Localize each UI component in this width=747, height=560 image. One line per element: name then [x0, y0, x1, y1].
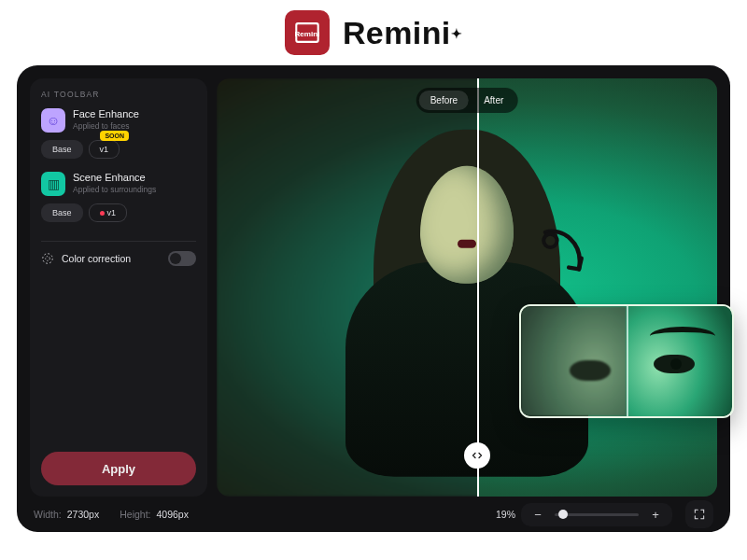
callout-arrow-icon	[529, 222, 613, 306]
scene-v1-button[interactable]: v1	[89, 203, 128, 222]
fullscreen-icon	[693, 508, 706, 521]
scene-enhance-title: Scene Enhance	[73, 172, 156, 183]
face-v1-button[interactable]: v1 SOON	[89, 140, 120, 159]
face-enhance-icon: ☺	[41, 108, 65, 133]
zoom-out-button[interactable]: −	[530, 508, 545, 522]
scene-base-button[interactable]: Base	[41, 203, 83, 222]
height-label: Height:	[120, 509, 150, 520]
color-correction-toggle[interactable]	[168, 251, 196, 266]
zoom-slider[interactable]	[555, 513, 639, 516]
compare-divider[interactable]	[477, 78, 479, 497]
sidebar-title: AI TOOLBAR	[41, 90, 196, 99]
image-canvas: Before After	[217, 78, 717, 497]
color-correction-row: Color correction	[41, 251, 196, 266]
svg-text:Remini: Remini	[294, 30, 319, 38]
face-enhance-subtitle: Applied to faces	[73, 121, 139, 131]
compare-handle[interactable]	[464, 442, 490, 469]
color-correction-label: Color correction	[62, 253, 161, 264]
scene-enhance-subtitle: Applied to surroundings	[73, 185, 156, 194]
ai-toolbar-panel: AI TOOLBAR ☺ Face Enhance Applied to fac…	[30, 78, 207, 497]
comparison-photo: Before After	[217, 78, 717, 497]
apply-button[interactable]: Apply	[41, 452, 196, 485]
svg-point-4	[543, 234, 557, 247]
detail-zoom-card	[519, 304, 734, 418]
brand-header: Remini Remini✦	[0, 0, 747, 65]
drag-horizontal-icon	[472, 450, 483, 461]
frame-icon: Remini	[290, 16, 324, 49]
divider	[41, 241, 196, 242]
after-pill[interactable]: After	[472, 91, 514, 110]
width-label: Width:	[34, 509, 62, 520]
before-pill[interactable]: Before	[419, 91, 469, 110]
width-value: 2730px	[67, 509, 99, 520]
color-correction-icon	[41, 252, 54, 265]
zoom-controls: − +	[521, 503, 672, 526]
face-base-button[interactable]: Base	[41, 140, 83, 159]
tool-face-enhance: ☺ Face Enhance Applied to faces Base v1 …	[41, 108, 196, 159]
app-window: AI TOOLBAR ☺ Face Enhance Applied to fac…	[17, 65, 730, 532]
before-after-toggle: Before After	[416, 88, 518, 113]
sparkle-icon: ✦	[451, 26, 462, 41]
soon-badge: SOON	[100, 131, 129, 141]
svg-point-2	[46, 257, 50, 261]
svg-point-3	[43, 254, 53, 264]
status-bar: Width: 2730px Height: 4096px 19% − +	[17, 497, 730, 532]
height-value: 4096px	[157, 509, 189, 520]
zoom-readout: 19%	[496, 509, 515, 520]
zoom-in-button[interactable]: +	[648, 508, 663, 522]
fullscreen-button[interactable]	[685, 500, 713, 528]
scene-enhance-icon: ▥	[41, 172, 65, 196]
brand-logo: Remini	[285, 10, 330, 55]
face-enhance-title: Face Enhance	[73, 108, 139, 119]
brand-title: Remini✦	[343, 15, 462, 51]
tool-scene-enhance: ▥ Scene Enhance Applied to surroundings …	[41, 172, 196, 222]
